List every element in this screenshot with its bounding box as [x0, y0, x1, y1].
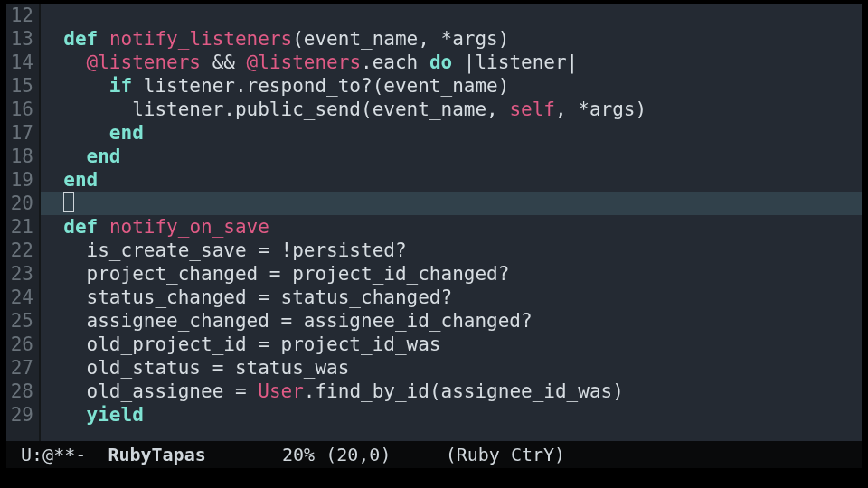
code-line[interactable]: assignee_changed = assignee_id_changed? [41, 309, 862, 333]
code-line[interactable] [41, 4, 862, 27]
keyword-self: self [509, 99, 555, 120]
keyword-def: def [63, 216, 109, 238]
instance-variable: @listeners [247, 52, 361, 73]
buffer-name: RubyTapas [108, 444, 205, 465]
line-number: 19 [6, 168, 33, 192]
method-name: notify_on_save [109, 216, 269, 238]
code-line[interactable]: old_project_id = project_id_was [41, 333, 862, 356]
line-number: 20 [6, 192, 33, 215]
modeline-state: U:@**- [10, 444, 108, 465]
keyword-do: do [429, 52, 452, 73]
code-line[interactable]: end [41, 168, 862, 192]
code-line[interactable]: status_changed = status_changed? [41, 286, 862, 309]
line-number: 22 [6, 239, 33, 262]
line-number: 25 [6, 309, 33, 333]
code-line[interactable]: yield [41, 403, 862, 427]
line-number: 13 [6, 27, 33, 51]
modeline-position: 20% (20,0) (Ruby CtrY) [206, 444, 565, 465]
line-number: 24 [6, 286, 33, 309]
line-number-gutter: 12 13 14 15 16 17 18 19 20 21 22 23 24 2… [6, 4, 41, 441]
code-line[interactable]: def notify_on_save [41, 215, 862, 239]
line-number: 16 [6, 98, 33, 121]
line-number: 21 [6, 215, 33, 239]
code-lines[interactable]: def notify_listeners(event_name, *args) … [41, 4, 862, 441]
keyword-def: def [63, 28, 109, 50]
line-number: 29 [6, 403, 33, 427]
code-line[interactable]: if listener.respond_to?(event_name) [41, 74, 862, 98]
line-number: 28 [6, 380, 33, 403]
code-line[interactable]: def notify_listeners(event_name, *args) [41, 27, 862, 51]
line-number: 23 [6, 262, 33, 286]
code-line[interactable]: @listeners && @listeners.each do |listen… [41, 51, 862, 74]
code-line[interactable]: old_assignee = User.find_by_id(assignee_… [41, 380, 862, 403]
code-line[interactable]: project_changed = project_id_changed? [41, 262, 862, 286]
line-number: 27 [6, 356, 33, 380]
line-number: 26 [6, 333, 33, 356]
line-number: 12 [6, 4, 33, 27]
line-number: 14 [6, 51, 33, 74]
keyword-end: end [87, 145, 121, 167]
code-line[interactable]: old_status = status_was [41, 356, 862, 380]
code-line[interactable]: end [41, 121, 862, 145]
instance-variable: @listeners [87, 52, 201, 73]
code-line[interactable]: is_create_save = !persisted? [41, 239, 862, 262]
keyword-end: end [109, 122, 144, 144]
code-line[interactable]: end [41, 145, 862, 168]
code-line[interactable]: listener.public_send(event_name, self, *… [41, 98, 862, 121]
code-area[interactable]: 12 13 14 15 16 17 18 19 20 21 22 23 24 2… [6, 4, 862, 441]
keyword-if: if [109, 75, 144, 97]
line-number: 18 [6, 145, 33, 168]
text-cursor [63, 192, 74, 212]
line-number: 17 [6, 121, 33, 145]
editor-window: 12 13 14 15 16 17 18 19 20 21 22 23 24 2… [6, 4, 862, 468]
line-number: 15 [6, 74, 33, 98]
keyword-yield: yield [87, 404, 144, 426]
mode-line: U:@**- RubyTapas 20% (20,0) (Ruby CtrY) [6, 441, 862, 468]
method-name: notify_listeners [109, 28, 292, 50]
code-line-current[interactable] [41, 192, 862, 215]
keyword-end: end [63, 169, 98, 191]
constant: User [258, 380, 304, 402]
